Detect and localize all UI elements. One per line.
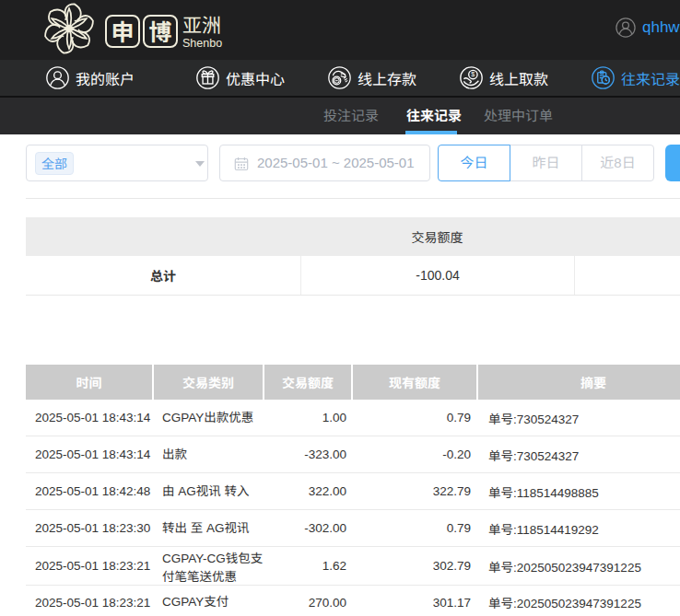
svg-text:$: $ <box>471 70 475 78</box>
